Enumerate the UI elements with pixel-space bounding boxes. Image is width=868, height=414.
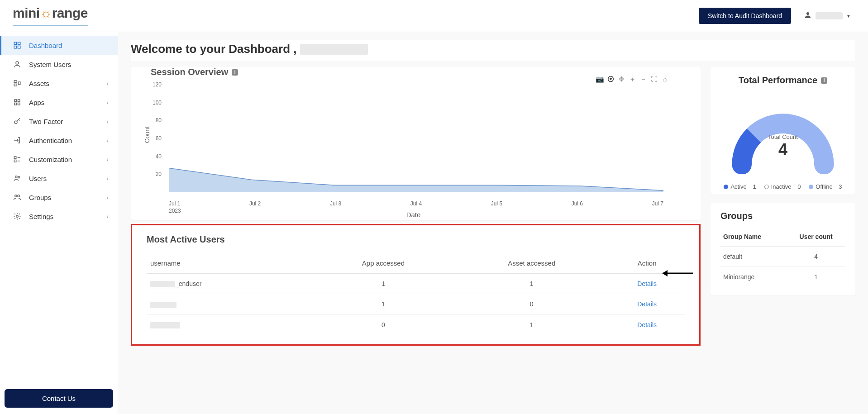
table-row: 1 0 Details [147,294,685,314]
svg-rect-12 [18,103,20,105]
sidebar-item-label: Authentication [29,137,72,144]
chevron-right-icon: › [106,213,109,220]
user-name-redacted [816,12,843,19]
info-icon[interactable]: i [821,77,827,84]
dot-icon [724,185,728,189]
groups-title: Groups [720,211,845,221]
apps-icon [13,98,22,106]
cell-asset: 0 [454,294,609,314]
switch-dashboard-button[interactable]: Switch to Audit Dashboard [699,8,791,24]
customization-icon [13,155,22,163]
y-axis-label: Count [143,126,151,143]
svg-point-17 [18,176,20,178]
brand-logo: mini☼range [13,5,88,26]
svg-point-13 [14,121,17,124]
sidebar-item-users[interactable]: Users › [0,169,118,188]
topbar-right: Switch to Audit Dashboard ▼ [699,8,855,24]
users-icon [13,174,22,182]
svg-point-20 [16,215,19,218]
col-group-name: Group Name [720,228,787,246]
sidebar-item-groups[interactable]: Groups › [0,188,118,207]
session-chart[interactable]: Count 12010080604020 Jul 1Jul 2Jul 3Jul … [163,80,663,216]
info-icon[interactable]: i [232,69,238,76]
sidebar-item-authentication[interactable]: Authentication › [0,131,118,150]
key-icon [13,117,22,125]
col-action: Action [609,253,685,274]
svg-point-18 [15,195,17,197]
chevron-right-icon: › [106,194,109,201]
session-overview-card: Session Overview i 📷 ⦿ ✥ ＋ － ⛶ ⌂ Count [131,67,701,220]
table-row: _enduser 1 1 Details [147,274,685,294]
col-app: App accessed [313,253,454,274]
svg-rect-3 [14,46,16,48]
cell-group-name: default [720,246,787,267]
topbar: mini☼range Switch to Audit Dashboard ▼ [0,0,868,32]
active-users-title: Most Active Users [147,234,685,245]
sidebar-item-label: Two-Factor [29,118,63,125]
cell-asset: 1 [454,314,609,335]
gear-icon [13,212,22,220]
welcome-text: Welcome to your Dashboard , [131,42,296,56]
sidebar-item-system-users[interactable]: System Users [0,55,118,74]
login-icon [13,136,22,144]
svg-point-5 [16,62,19,64]
svg-rect-6 [14,81,17,83]
cell-group-name: Miniorange [720,267,787,287]
cell-username: _enduser [147,274,313,294]
sidebar-item-apps[interactable]: Apps › [0,93,118,112]
sidebar-item-label: Dashboard [29,42,62,49]
performance-title: Total Performance i [720,75,845,86]
sidebar-item-label: Groups [29,194,51,201]
sidebar-item-label: Customization [29,156,72,163]
contact-us-button[interactable]: Contact Us [5,389,113,408]
svg-rect-10 [18,100,20,102]
details-link[interactable]: Details [637,300,657,308]
sidebar-item-label: Users [29,175,47,182]
svg-rect-4 [18,46,20,48]
col-username: username [147,253,313,274]
col-asset: Asset accessed [454,253,609,274]
legend-offline: Offline 3 [809,183,842,190]
chevron-right-icon: › [106,118,109,125]
svg-rect-11 [14,103,17,105]
sidebar-item-dashboard[interactable]: Dashboard [0,36,118,55]
sidebar-item-label: System Users [29,61,71,68]
sidebar-item-label: Apps [29,99,44,106]
dot-icon [809,185,813,189]
cell-app: 1 [313,274,454,294]
cell-user-count: 4 [787,246,845,267]
chevron-right-icon: › [106,156,109,163]
user-menu[interactable]: ▼ [799,8,855,24]
svg-rect-1 [14,42,16,44]
details-link[interactable]: Details [637,280,657,287]
sidebar-item-settings[interactable]: Settings › [0,207,118,226]
cell-asset: 1 [454,274,609,294]
cell-username [147,314,313,335]
svg-rect-15 [14,160,16,162]
total-count-value: 4 [725,140,841,159]
most-active-users-card: Most Active Users username App accessed … [133,226,698,343]
cell-app: 1 [313,294,454,314]
sidebar-item-two-factor[interactable]: Two-Factor › [0,112,118,131]
col-user-count: User count [787,228,845,246]
welcome-name-redacted [300,44,368,55]
sidebar-item-label: Settings [29,213,53,220]
x-axis-label: Date [163,211,663,219]
performance-legend: Active 1 Inactive 0 Offline 3 [720,183,845,190]
active-users-table: username App accessed Asset accessed Act… [147,253,685,335]
legend-active: Active 1 [724,183,756,190]
groups-icon [13,193,22,201]
brand-orange-icon: ☼ [40,5,52,20]
chevron-right-icon: › [106,80,109,87]
brand-suffix: range [52,5,88,20]
svg-point-0 [806,12,809,15]
details-link[interactable]: Details [637,321,657,328]
chart-plot-area [169,85,663,192]
svg-rect-8 [18,82,20,85]
avatar-icon [804,11,812,21]
sidebar-item-customization[interactable]: Customization › [0,150,118,169]
sidebar-item-assets[interactable]: Assets › [0,74,118,93]
user-icon [13,60,22,68]
table-row: Miniorange1 [720,267,845,287]
sidebar-item-label: Assets [29,80,49,87]
